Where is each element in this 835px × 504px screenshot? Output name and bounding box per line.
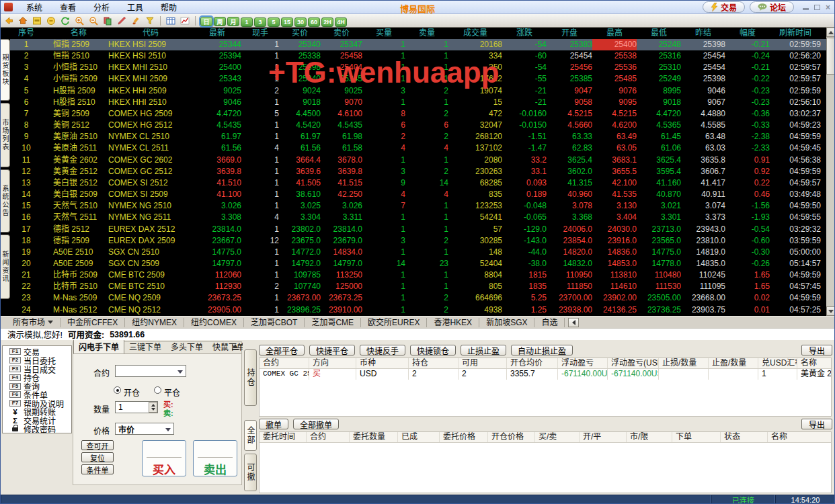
- contract-select[interactable]: [115, 365, 186, 377]
- market-tab-8[interactable]: 新加坡SGX: [479, 318, 534, 327]
- quote-row[interactable]: 15天然气 2510NYMEX NG 25103.02613.0253.0267…: [10, 200, 826, 212]
- quote-col-header-12[interactable]: 最高: [592, 28, 637, 39]
- quote-row[interactable]: 8美铜 2512COMEX HG 25124.543514.54204.5435…: [10, 120, 826, 131]
- market-tab-0[interactable]: 所有市场: [6, 318, 61, 327]
- export-positions-button[interactable]: 导出: [801, 345, 832, 355]
- condition-order-button[interactable]: 条件单: [81, 464, 114, 474]
- scroll-up-button[interactable]: [826, 28, 835, 37]
- market-tab-1[interactable]: 中金所CFFEX: [61, 318, 125, 327]
- money-icon[interactable]: [45, 15, 57, 26]
- quote-row[interactable]: 13美白银 2512COMEX SI 251241.510141.50541.5…: [10, 177, 826, 189]
- position-action-2[interactable]: 快捷反手: [360, 345, 405, 355]
- filter-icon[interactable]: [144, 15, 156, 26]
- order-entry-tab-1[interactable]: 三键下单: [124, 340, 166, 353]
- order-action-0[interactable]: 撤单: [259, 419, 288, 429]
- quote-col-header-11[interactable]: 开盘: [547, 28, 592, 39]
- nav-item-9[interactable]: 修改密码: [3, 425, 71, 433]
- reset-button[interactable]: 复位: [81, 452, 114, 462]
- quote-col-header-0[interactable]: 序号: [10, 28, 42, 39]
- quote-col-header-1[interactable]: 名称: [42, 28, 104, 39]
- quote-row[interactable]: 23M-Nas 2509CME NQ 250923673.25123673.00…: [10, 292, 826, 304]
- quote-row[interactable]: 21比特币 2509CME BTC 2509112060110978511325…: [10, 269, 826, 281]
- quote-col-header-16[interactable]: 刷新时间: [770, 28, 826, 39]
- side-tab-2[interactable]: 系统公告: [1, 169, 10, 233]
- quote-col-header-9[interactable]: 成交量: [448, 28, 502, 39]
- market-tab-3[interactable]: 纽约COMEX: [184, 318, 244, 327]
- home-icon[interactable]: [17, 15, 29, 26]
- quote-row[interactable]: 22比特币 2510CME BTC 2510112930210774012500…: [10, 281, 826, 292]
- pages-icon[interactable]: [102, 15, 114, 26]
- period-button-月[interactable]: 月: [227, 17, 239, 26]
- quantity-stepper[interactable]: [149, 402, 157, 413]
- quote-col-header-13[interactable]: 最低: [637, 28, 681, 39]
- order-action-1[interactable]: 全部撤单: [293, 419, 339, 429]
- tab-positions[interactable]: 持仓: [244, 349, 257, 406]
- period-button-5[interactable]: 5: [268, 17, 280, 27]
- period-button-60[interactable]: 60: [308, 17, 320, 27]
- side-tab-0[interactable]: 期货板块: [1, 39, 10, 101]
- quote-col-header-15[interactable]: 幅度: [725, 28, 770, 39]
- order-entry-tab-2[interactable]: 多头下单: [166, 340, 208, 353]
- quote-col-header-4[interactable]: 现手: [241, 28, 279, 39]
- quote-row[interactable]: 11美黄金 2602COMEX GC 26023669.013664.43678…: [10, 155, 826, 166]
- period-button-1[interactable]: 1: [241, 17, 253, 27]
- scroll-down-button[interactable]: [826, 306, 835, 316]
- position-action-0[interactable]: 全部平仓: [259, 345, 305, 355]
- forum-button[interactable]: 论坛: [750, 1, 794, 13]
- draw-line-icon[interactable]: [116, 15, 128, 26]
- chart-view-icon[interactable]: [179, 15, 191, 26]
- market-tab-4[interactable]: 芝加哥CBOT: [244, 318, 305, 327]
- period-button-15[interactable]: 15: [281, 17, 293, 27]
- quote-row[interactable]: 18德指 2509EUREX DAX 250923667.01223675.02…: [10, 235, 826, 247]
- back-icon[interactable]: [3, 15, 15, 26]
- quote-row[interactable]: 1恒指 2509HKEX HSI 25092534412534025347112…: [10, 39, 826, 50]
- quote-row[interactable]: 24M-Nas 2512CME NQ 251223905.00123896.25…: [10, 304, 826, 316]
- market-tab-7[interactable]: 香港HKEX: [427, 318, 479, 327]
- quote-col-header-7[interactable]: 买量: [362, 28, 405, 39]
- position-row[interactable]: COMEX GC 2508买USD223355.7-671140.00USD-6…: [260, 369, 831, 380]
- quote-row[interactable]: 10美原油 2511NYMEX CL 251161.56461.5661.584…: [10, 142, 826, 154]
- refresh-icon[interactable]: [59, 15, 71, 26]
- sell-button[interactable]: 卖出: [193, 440, 237, 476]
- period-button-4H[interactable]: 4H: [335, 17, 347, 27]
- zoom-out-icon[interactable]: [87, 15, 100, 26]
- menu-item-4[interactable]: 帮助: [152, 3, 186, 14]
- side-tab-1[interactable]: 市场列表: [1, 103, 10, 167]
- quote-col-header-2[interactable]: 代码: [104, 28, 193, 39]
- tab-cancellable-orders[interactable]: 可撤: [244, 454, 257, 491]
- export-orders-button[interactable]: 导出: [801, 419, 832, 429]
- quote-scrollbar[interactable]: [826, 28, 835, 316]
- period-button-30[interactable]: 30: [294, 17, 307, 27]
- maximize-button[interactable]: [814, 5, 820, 10]
- quote-col-header-3[interactable]: 最新: [193, 28, 241, 39]
- zoom-in-icon[interactable]: [73, 15, 85, 26]
- market-tab-2[interactable]: 纽约NYMEX: [125, 318, 184, 327]
- quote-row[interactable]: 12美黄金 2512COMEX GC 25123639.813639.63639…: [10, 166, 826, 177]
- market-tab-9[interactable]: 自选: [534, 318, 565, 327]
- open-position-radio[interactable]: [114, 386, 121, 394]
- position-action-3[interactable]: 快捷锁仓: [410, 345, 456, 355]
- scroll-left-button[interactable]: [568, 318, 579, 327]
- market-tab-6[interactable]: 欧交所EUREX: [361, 318, 427, 327]
- quote-row[interactable]: 16天然气 2511NYMEX NG 25113.30843.3043.3111…: [10, 212, 826, 223]
- scrollbar-thumb[interactable]: [826, 38, 835, 75]
- paint-brush-icon[interactable]: [130, 15, 142, 26]
- quote-col-header-8[interactable]: 卖量: [405, 28, 448, 39]
- period-button-周[interactable]: 周: [214, 17, 226, 26]
- quote-row[interactable]: 14美白银 2509COMEX SI 250941.100138.61042.2…: [10, 189, 826, 200]
- market-tab-5[interactable]: 芝加哥CME: [305, 318, 361, 327]
- side-tab-3[interactable]: 新闻资讯: [1, 235, 10, 299]
- menu-item-0[interactable]: 系统: [17, 3, 51, 14]
- collapse-pin-icon[interactable]: [232, 344, 239, 351]
- minimize-button[interactable]: [803, 8, 809, 10]
- trade-button[interactable]: 交易: [703, 1, 745, 13]
- price-select[interactable]: 市价: [115, 423, 174, 435]
- table-view-icon[interactable]: [165, 15, 177, 26]
- position-action-4[interactable]: 止损止盈: [461, 345, 506, 355]
- quote-col-header-5[interactable]: 买价: [279, 28, 321, 39]
- quote-col-header-10[interactable]: 涨跌: [502, 28, 547, 39]
- quote-col-header-6[interactable]: 卖价: [321, 28, 362, 39]
- buy-button[interactable]: 买入: [142, 440, 186, 476]
- check-open-button[interactable]: 查可开: [81, 440, 114, 450]
- quote-col-header-14[interactable]: 昨结: [681, 28, 725, 39]
